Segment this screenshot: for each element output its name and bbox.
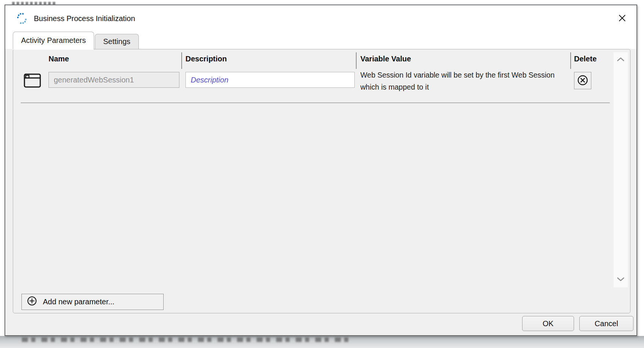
tab-activity-parameters-label: Activity Parameters: [21, 36, 86, 45]
plus-circle-icon: [27, 296, 37, 308]
cancel-button[interactable]: Cancel: [579, 316, 633, 331]
tab-strip: Activity Parameters Settings: [5, 32, 636, 49]
parameter-name-input[interactable]: [49, 72, 179, 88]
chevron-down-icon: [617, 277, 625, 283]
parameter-description-input[interactable]: [185, 72, 355, 88]
tab-settings-label: Settings: [103, 37, 130, 46]
close-icon: [617, 13, 627, 24]
business-process-initialization-dialog: Business Process Initialization Activity…: [5, 5, 637, 336]
scrollbar-track[interactable]: [614, 52, 628, 287]
sync-dots-logo-icon: [16, 12, 28, 24]
close-button[interactable]: [614, 10, 630, 27]
add-new-parameter-button[interactable]: Add new parameter...: [21, 294, 164, 310]
scroll-down-button[interactable]: [616, 277, 626, 283]
activity-parameters-panel: Name Description Variable Value Delete: [13, 49, 630, 313]
dialog-title: Business Process Initialization: [34, 14, 135, 23]
column-header-variable-value: Variable Value: [360, 55, 411, 63]
chevron-up-icon: [617, 57, 625, 63]
ok-button[interactable]: OK: [522, 316, 574, 331]
tab-settings[interactable]: Settings: [95, 34, 138, 49]
dialog-footer: OK Cancel: [5, 313, 636, 335]
scroll-up-button[interactable]: [616, 57, 626, 63]
variable-value-text: Web Session Id variable will be set by t…: [360, 69, 568, 93]
column-header-description: Description: [185, 55, 227, 63]
column-divider: [356, 52, 357, 69]
add-new-parameter-label: Add new parameter...: [43, 298, 114, 306]
column-header-name: Name: [49, 55, 69, 63]
column-divider: [570, 52, 571, 69]
web-session-icon: [24, 73, 41, 88]
delete-circle-x-icon: [577, 74, 589, 87]
row-divider: [21, 102, 610, 103]
column-header-delete: Delete: [574, 55, 597, 63]
column-divider: [181, 52, 182, 69]
background-window-text-fragment: [22, 337, 353, 342]
delete-parameter-button[interactable]: [574, 72, 591, 89]
dialog-title-bar: Business Process Initialization: [5, 5, 636, 32]
tab-activity-parameters[interactable]: Activity Parameters: [13, 32, 94, 49]
